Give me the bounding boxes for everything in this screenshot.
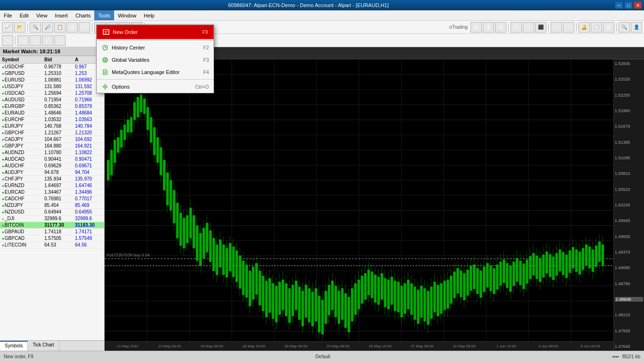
price-label: 1.47640 <box>615 344 643 349</box>
svg-rect-141 <box>226 248 228 277</box>
market-watch-row[interactable]: ●AUDNZD 1.10780 1.10822 <box>0 149 104 156</box>
bid-price: 1.64697 <box>44 183 75 188</box>
svg-rect-390 <box>499 262 502 285</box>
tb-arrow-up[interactable]: ↑ <box>551 22 562 33</box>
mw-tab-symbols[interactable]: Symbols <box>0 341 28 351</box>
tb-at3[interactable]: ⬇ <box>495 22 506 33</box>
menu-metaquotes-editor[interactable]: MetaQuotes Language Editor F4 <box>97 66 214 78</box>
close-button[interactable]: ✕ <box>634 1 642 9</box>
tb-user[interactable]: 👤 <box>631 22 642 33</box>
market-watch-row[interactable]: ●AUDCAD 0.90441 0.90471 <box>0 156 104 163</box>
tb-fit[interactable]: ⬛ <box>535 22 546 33</box>
menu-options[interactable]: Options Ctrl+O <box>97 81 214 93</box>
tb-at1[interactable]: ⇅ <box>471 22 482 33</box>
tb-zoom-out2[interactable]: - <box>523 22 534 33</box>
tb-arrow-dn[interactable]: ↓ <box>563 22 574 33</box>
svg-rect-363 <box>470 266 472 290</box>
maximize-button[interactable]: □ <box>624 1 633 9</box>
market-watch-row[interactable]: ●AUDCHF 0.69629 0.69671 <box>0 163 104 169</box>
svg-rect-417 <box>529 256 531 279</box>
market-watch-row[interactable]: ●GBPJPY 164.880 164.921 <box>0 143 104 149</box>
tb-zoom-in[interactable]: 🔍 <box>30 22 41 33</box>
market-watch-row[interactable]: ●USDCAD 1.25694 1.25708 <box>0 90 104 97</box>
market-watch-row[interactable]: ●EURAUD 1.48646 1.48684 <box>0 110 104 116</box>
market-watch-row[interactable]: ●GBPCAD 1.57505 1.57549 <box>0 235 104 242</box>
market-watch-row[interactable]: ●CADJPY 104.667 104.692 <box>0 136 104 143</box>
status-center: Default <box>315 354 330 359</box>
tb2-hline[interactable]: — <box>17 35 29 46</box>
chart-canvas[interactable]: #1672357039 buy 0.04 <box>105 59 644 351</box>
tb-alert[interactable]: 🔔 <box>578 22 590 33</box>
market-watch-row[interactable]: ●AUDJPY 94.678 94.704 <box>0 169 104 176</box>
market-watch-row[interactable]: ●AUDUSD 0.71954 0.71966 <box>0 97 104 103</box>
menu-edit[interactable]: Edit <box>16 10 33 20</box>
tb-settings[interactable]: ⚙ <box>603 22 614 33</box>
market-watch-row[interactable]: ●GBPAUD 1.74118 1.74171 <box>0 229 104 235</box>
market-watch-row[interactable]: ●NZDUSD 0.64944 0.64955 <box>0 209 104 215</box>
market-watch-row[interactable]: ●GBPUSD 1.25310 1.253 <box>0 70 104 77</box>
bid-price: 85.454 <box>44 203 75 208</box>
svg-rect-270 <box>367 270 370 295</box>
svg-rect-315 <box>417 290 419 324</box>
svg-rect-471 <box>588 247 591 268</box>
market-watch-row[interactable]: ●CHFJPY 135.934 135.970 <box>0 176 104 182</box>
market-watch-row[interactable]: ●EURGBP 0.85362 0.85379 <box>0 103 104 110</box>
svg-rect-465 <box>582 248 584 270</box>
status-right: ▪▪▪▪ 852/1 kb <box>612 354 640 359</box>
menu-file[interactable]: File <box>0 10 16 20</box>
price-label: 1.51095 <box>615 156 643 160</box>
menu-tools[interactable]: Tools <box>94 10 114 20</box>
market-watch-row[interactable]: ●GBPCHF 1.21267 1.21320 <box>0 130 104 136</box>
ask-price: 0.90471 <box>75 156 104 162</box>
menu-insert[interactable]: Insert <box>51 10 72 20</box>
symbol-name: ●EURNZD <box>2 183 44 188</box>
bid-price: 1.25694 <box>44 90 75 96</box>
menu-charts[interactable]: Charts <box>72 10 94 20</box>
menu-help[interactable]: Help <box>140 10 158 20</box>
market-watch-tabs: Symbols Tick Chart <box>0 340 104 351</box>
market-watch-row[interactable]: ●USDCHF 0.96778 0.967 <box>0 64 104 70</box>
market-watch-row[interactable]: ●BITCOIN 31177.30 31183.30 <box>0 222 104 229</box>
tb-search[interactable]: 🔍 <box>619 22 630 33</box>
menu-view[interactable]: View <box>33 10 51 20</box>
minimize-button[interactable]: ─ <box>615 1 623 9</box>
menu-global-variables[interactable]: Global Variables F3 <box>97 54 214 66</box>
market-watch-row[interactable]: ●CADCHF 0.76981 0.77017 <box>0 196 104 202</box>
tb-clock[interactable]: 🕐 <box>591 22 602 33</box>
metaquotes-editor-shortcut: F4 <box>203 70 209 75</box>
tb-at2[interactable]: ⬆ <box>483 22 494 33</box>
market-watch-row[interactable]: ●EURCAD 1.34467 1.34496 <box>0 189 104 196</box>
tb-zoom-out[interactable]: 🔎 <box>42 22 53 33</box>
svg-rect-204 <box>295 281 297 310</box>
tb2-cursor[interactable]: ↖ <box>2 35 13 46</box>
tb2-tline[interactable]: ╱ <box>42 35 53 46</box>
svg-rect-222 <box>315 288 317 321</box>
market-watch-row[interactable]: ●EURCHF 1.03532 1.03563 <box>0 116 104 123</box>
svg-rect-396 <box>506 263 508 288</box>
ask-price: 0.77017 <box>75 196 104 201</box>
tb-new-chart[interactable]: 📈 <box>2 22 13 33</box>
tb-zoom-in2[interactable]: + <box>511 22 522 33</box>
market-watch-row[interactable]: ●EURJPY 140.768 140.784 <box>0 123 104 130</box>
tb-properties[interactable]: 📋 <box>54 22 66 33</box>
tb-undo[interactable]: ↩ <box>79 22 90 33</box>
market-watch-row[interactable]: ●USDJPY 131.580 131.592 <box>0 83 104 90</box>
market-watch-row[interactable]: ●LITECOIN 64.53 64.56 <box>0 242 104 248</box>
market-watch-row[interactable]: ●NZDJPY 85.454 85.469 <box>0 202 104 209</box>
market-watch-row[interactable]: ●EURUSD 1.06981 1.06992 <box>0 77 104 83</box>
svg-rect-171 <box>259 271 261 305</box>
svg-rect-165 <box>252 267 255 299</box>
menu-window[interactable]: Window <box>114 10 140 20</box>
tb2-vline[interactable]: | <box>30 35 41 46</box>
menu-history-center[interactable]: History Center F2 <box>97 41 214 54</box>
tb-print[interactable]: 🖨 <box>66 22 78 33</box>
market-watch-row[interactable]: ●EURNZD 1.64697 1.64746 <box>0 182 104 189</box>
tb2-expand[interactable]: ⤡ <box>54 35 66 46</box>
tb-open[interactable]: 📂 <box>14 22 25 33</box>
mw-tab-tick[interactable]: Tick Chart <box>28 341 59 351</box>
svg-rect-354 <box>460 271 462 297</box>
market-watch-panel: Market Watch: 18:21:18 Symbol Bid A ●USD… <box>0 47 105 351</box>
market-watch-row[interactable]: ●_DJI 32989.6 32989.6 <box>0 215 104 222</box>
menu-new-order[interactable]: New Order F9 <box>97 25 214 39</box>
bid-price: 1.48646 <box>44 110 75 115</box>
